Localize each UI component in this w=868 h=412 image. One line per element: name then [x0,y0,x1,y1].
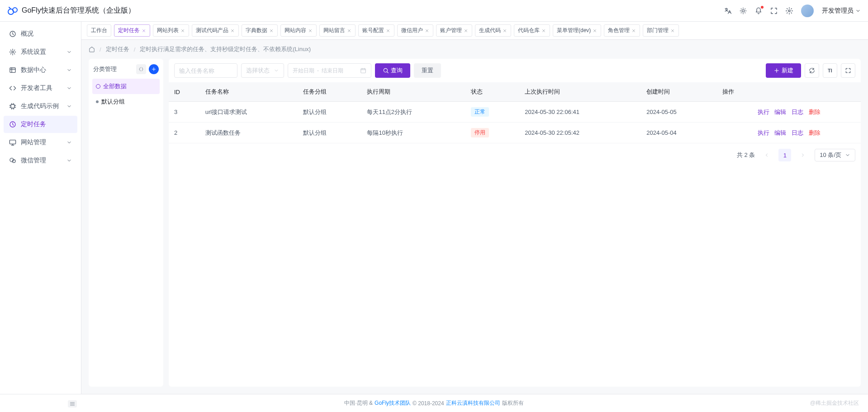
footer-team-link[interactable]: GoFly技术团队 [375,399,411,407]
sidebar: 概况系统设置数据中心开发者工具生成代码示例定时任务网站管理微信管理 [0,22,81,394]
close-icon[interactable] [593,28,597,33]
name-input[interactable] [174,63,237,78]
chip-icon [9,103,16,110]
logo[interactable]: GoFly快速后台管理系统（企业版） [7,5,135,16]
tab-11[interactable]: 代码仓库 [514,24,550,37]
prev-page-button[interactable] [760,149,773,161]
table-row: 3 url接口请求测试 默认分组 每天11点2分执行 正常 2024-05-30… [169,102,861,123]
delete-link[interactable]: 删除 [809,129,821,136]
page-1-button[interactable]: 1 [778,149,791,161]
chevron-down-icon [66,140,72,145]
dashboard-icon [9,30,16,38]
home-icon[interactable] [89,46,95,52]
next-page-button[interactable] [797,149,809,161]
close-icon[interactable] [230,28,235,33]
avatar[interactable] [801,5,814,17]
close-icon[interactable] [142,28,146,33]
settings-icon[interactable] [786,7,793,14]
chevron-down-icon [855,8,861,14]
close-icon[interactable] [631,28,636,33]
log-link[interactable]: 日志 [792,109,803,115]
tab-5[interactable]: 网站内容 [280,24,317,37]
tab-6[interactable]: 网站留言 [319,24,356,37]
gear-icon [9,48,16,56]
exec-link[interactable]: 执行 [758,129,769,136]
fullscreen-icon[interactable] [770,7,778,14]
chevron-down-icon [66,67,72,73]
category-collapse-button[interactable] [136,64,146,74]
user-menu[interactable]: 开发管理员 [822,7,861,15]
close-icon[interactable] [180,28,185,33]
tab-0[interactable]: 工作台 [87,24,111,37]
sidebar-item-7[interactable]: 微信管理 [4,152,77,169]
sidebar-item-3[interactable]: 开发者工具 [4,80,77,97]
close-icon[interactable] [386,28,390,33]
bell-icon[interactable] [755,7,762,14]
sidebar-item-1[interactable]: 系统设置 [4,43,77,61]
log-link[interactable]: 日志 [792,129,803,136]
reset-button[interactable]: 重置 [414,63,441,78]
sidebar-item-2[interactable]: 数据中心 [4,62,77,79]
expand-button[interactable] [841,63,855,78]
breadcrumb: / 定时任务 / 定时执行满足需求的任务、支持秒级定时任务、不依赖系统(Linu… [81,40,868,59]
category-item-1[interactable]: 默认分组 [92,94,160,109]
tab-10[interactable]: 生成代码 [475,24,511,37]
chevron-down-icon [66,85,72,91]
app-title: GoFly快速后台管理系统（企业版） [22,6,135,15]
status-badge: 停用 [471,128,489,137]
col-header-1: 任务名称 [200,82,298,102]
tab-9[interactable]: 账户管理 [436,24,472,37]
close-icon[interactable] [269,28,274,33]
tab-7[interactable]: 账号配置 [358,24,394,37]
category-panel: 分类管理 全部数据默认分组 [89,59,163,387]
tab-1[interactable]: 定时任务 [114,24,150,37]
col-header-5: 上次执行时间 [519,82,641,102]
code-icon [9,85,16,92]
tab-8[interactable]: 微信用户 [397,24,433,37]
close-icon[interactable] [347,28,351,33]
sidebar-item-5[interactable]: 定时任务 [4,116,77,133]
new-button[interactable]: 新建 [766,63,801,78]
sidebar-item-0[interactable]: 概况 [4,25,77,43]
date-range-picker[interactable]: 开始日期 - 结束日期 [288,63,371,78]
status-select[interactable]: 选择状态 [241,63,284,78]
tab-2[interactable]: 网站列表 [153,24,189,37]
wechat-icon [9,157,16,164]
close-icon[interactable] [503,28,507,33]
tab-14[interactable]: 部门管理 [643,24,679,37]
calendar-icon [360,67,366,74]
plus-icon [773,67,780,74]
footer-company-link[interactable]: 正科云滇科技有限公司 [446,399,500,407]
breadcrumb-current[interactable]: 定时任务 [106,45,129,53]
refresh-button[interactable] [805,63,819,78]
edit-link[interactable]: 编辑 [774,129,786,136]
close-icon[interactable] [541,28,546,33]
translate-icon[interactable] [724,7,731,14]
category-item-0[interactable]: 全部数据 [92,79,160,94]
chevron-down-icon [66,158,72,163]
tab-13[interactable]: 角色管理 [604,24,640,37]
col-header-0: ID [169,82,200,102]
close-icon[interactable] [425,28,429,33]
sidebar-item-6[interactable]: 网站管理 [4,134,77,151]
col-header-2: 任务分组 [298,82,361,102]
close-icon[interactable] [670,28,675,33]
sidebar-item-4[interactable]: 生成代码示例 [4,98,77,115]
tab-3[interactable]: 测试代码产品 [192,24,239,37]
search-button[interactable]: 查询 [375,63,410,78]
col-header-6: 创建时间 [641,82,717,102]
close-icon[interactable] [464,28,468,33]
theme-icon[interactable] [740,7,747,14]
sidebar-collapse-button[interactable] [68,400,77,407]
user-name-label: 开发管理员 [822,7,854,15]
edit-link[interactable]: 编辑 [774,109,786,115]
page-size-select[interactable]: 10 条/页 [815,149,855,161]
col-header-4: 状态 [465,82,519,102]
tab-12[interactable]: 菜单管理(dev) [553,24,601,37]
delete-link[interactable]: 删除 [809,109,821,115]
category-add-button[interactable] [149,64,159,74]
close-icon[interactable] [308,28,313,33]
column-button[interactable]: TI [823,63,837,78]
tab-4[interactable]: 字典数据 [242,24,278,37]
exec-link[interactable]: 执行 [758,109,769,115]
